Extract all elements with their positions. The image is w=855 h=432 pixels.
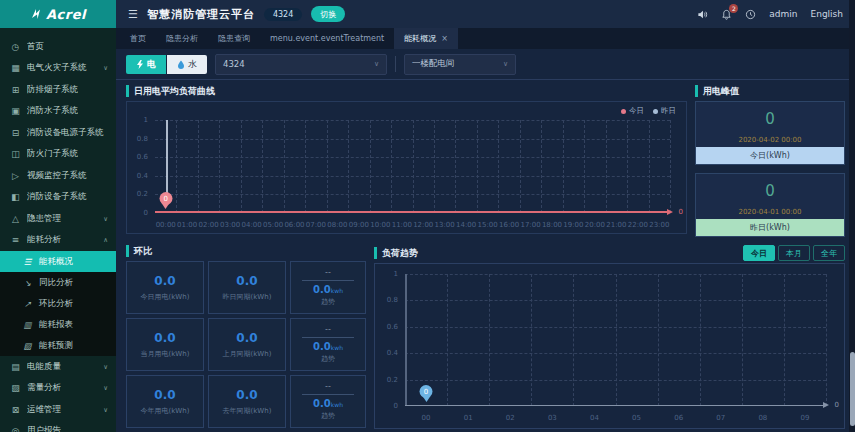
sidebar-item-video-monitor[interactable]: 视频监控子系统 [0, 165, 116, 187]
tab-event-treatment[interactable]: menu.event.eventTreatment [260, 28, 394, 49]
tab-label: 能耗概况 [404, 33, 436, 44]
submenu-item-label: 环比分析 [39, 298, 73, 310]
daily-load-panel: 日用电平均负荷曲线 今日 昨日 [126, 85, 687, 237]
x-axis: 00010203040506070809 [405, 412, 826, 422]
tab-hazard-analysis[interactable]: 隐患分析 [156, 28, 208, 49]
axis-end-label: 0 [679, 208, 683, 216]
x-tick-label: 22:00 [628, 221, 648, 229]
sidebar-item-fire-door[interactable]: 防火门子系统 [0, 144, 116, 166]
submenu-item-energy-report[interactable]: 能耗报表 [0, 314, 116, 335]
trend-value: 0.0kwh [313, 341, 343, 352]
sidebar-item-hazard-management[interactable]: 隐患管理 [0, 208, 116, 230]
stat-card: 0.0 今年用电(kWh) [126, 375, 204, 428]
legend-item-yesterday[interactable]: 昨日 [653, 106, 676, 116]
electrical-fire-icon [10, 63, 21, 73]
trend-value-unit: kwh [331, 344, 343, 351]
sidebar-item-home[interactable]: 首页 [0, 36, 116, 58]
x-tick-label: 05:00 [263, 221, 283, 229]
submenu-item-label: 同比分析 [39, 277, 73, 289]
water-drop-icon [177, 60, 185, 69]
y-tick-label: 0.8 [137, 135, 148, 143]
chevron-down-icon [99, 406, 108, 414]
sidebar-item-fire-equipment[interactable]: 消防设备子系统 [0, 187, 116, 209]
bell-icon[interactable]: 2 [721, 9, 732, 20]
sidebar-item-fire-equipment-power[interactable]: 消防设备电源子系统 [0, 122, 116, 144]
page-title: 智慧消防管理云平台 [147, 7, 255, 22]
submenu-item-yoy-analysis[interactable]: 同比分析 [0, 272, 116, 293]
language-switch[interactable]: English [811, 9, 844, 19]
x-tick-label: 01 [464, 414, 473, 422]
water-toggle-button[interactable]: 水 [167, 55, 207, 74]
plot-area[interactable]: 0 0 [405, 274, 826, 406]
header-actions: 2 admin English [697, 9, 843, 20]
sidebar-item-demand-analysis[interactable]: 需量分析 [0, 378, 116, 400]
peak-value: 0 [696, 174, 844, 208]
switch-button[interactable]: 切换 [311, 6, 345, 22]
sidebar-item-energy-analysis[interactable]: 能耗分析 [0, 230, 116, 252]
y-tick-label: 0.2 [387, 376, 398, 384]
y-tick-label: 0.8 [387, 296, 398, 304]
sidebar-item-user-report[interactable]: 用户报告 [0, 421, 116, 432]
x-tick-label: 06 [674, 414, 683, 422]
x-tick-label: 02:00 [199, 221, 219, 229]
x-tick-label: 04:00 [241, 221, 261, 229]
plot-area[interactable]: 0 0 [155, 120, 670, 213]
sidebar-item-ops-management[interactable]: 运维管理 [0, 399, 116, 421]
trend-value-number: 0.0 [313, 398, 331, 409]
x-axis-line [405, 405, 826, 407]
fire-equipment-icon [10, 192, 21, 202]
home-icon [10, 42, 21, 52]
hamburger-menu-icon[interactable] [128, 8, 138, 21]
trend-label: 趋势 [321, 411, 335, 421]
close-icon[interactable] [441, 34, 448, 43]
energy-submenu: 能耗概况 同比分析 环比分析 能耗报表 能耗预测 [0, 251, 116, 356]
sidebar-item-label: 运维管理 [27, 404, 61, 416]
dashboard: 日用电平均负荷曲线 今日 昨日 [116, 80, 855, 429]
sidebar-item-label: 防排烟子系统 [27, 84, 78, 96]
daily-load-chartbox: 今日 昨日 00.20.40.60.81 [126, 101, 687, 234]
peak-value: 0 [696, 102, 844, 136]
x-tick-label: 06:00 [284, 221, 304, 229]
y-tick-label: 0 [394, 402, 398, 410]
sidebar-item-label: 防火门子系统 [27, 148, 78, 160]
device-select[interactable]: 4324 ∨ [215, 54, 387, 75]
tab-home[interactable]: 首页 [120, 28, 156, 49]
sidebar-item-power-quality[interactable]: 电能质量 [0, 356, 116, 378]
range-today-button[interactable]: 今日 [743, 245, 775, 261]
daily-load-chart[interactable]: 00.20.40.60.81 0 0 00:0001:0002:0003:000… [127, 102, 686, 233]
x-tick-label: 09 [800, 414, 809, 422]
y-tick-label: 0.4 [387, 349, 398, 357]
stat-card: 0.0 昨日同期(kWh) [208, 261, 286, 314]
range-month-button[interactable]: 本月 [778, 245, 810, 261]
tab-hazard-query[interactable]: 隐患查询 [208, 28, 260, 49]
peak-label-bar: 今日(kWh) [696, 147, 844, 164]
mom-analysis-icon [22, 299, 33, 309]
speaker-icon[interactable] [697, 9, 708, 20]
sidebar-item-fire-water[interactable]: 消防水子系统 [0, 101, 116, 123]
sidebar-item-smoke-control[interactable]: 防排烟子系统 [0, 79, 116, 101]
tab-energy-overview[interactable]: 能耗概况 [394, 28, 458, 49]
trend-value-number: 0.0 [313, 341, 331, 352]
range-year-button[interactable]: 全年 [813, 245, 845, 261]
submenu-item-energy-overview[interactable]: 能耗概况 [0, 251, 116, 272]
submenu-item-energy-forecast[interactable]: 能耗预测 [0, 335, 116, 356]
tab-label: 首页 [130, 33, 146, 44]
sidebar-item-label: 隐患管理 [27, 213, 61, 225]
load-trend-chart[interactable]: 00.20.40.60.81 0 0 00010203040506070809 [375, 264, 844, 428]
room-select[interactable]: 一楼配电间 ∨ [404, 54, 516, 75]
sidebar-item-electrical-fire[interactable]: 电气火灾子系统 [0, 58, 116, 80]
stat-label: 当月用电(kWh) [141, 349, 190, 359]
panel-title: 用电峰值 [695, 85, 845, 97]
clock-icon[interactable] [745, 9, 756, 20]
filter-divider [395, 56, 396, 72]
chevron-down-icon [99, 215, 108, 223]
brand-logo[interactable]: Acrel [0, 0, 116, 28]
room-select-value: 一楼配电间 [412, 58, 455, 70]
electric-toggle-button[interactable]: 电 [126, 55, 166, 74]
tab-label: 隐患分析 [166, 33, 198, 44]
load-marker-pin: 0 [420, 385, 433, 398]
submenu-item-mom-analysis[interactable]: 环比分析 [0, 293, 116, 314]
scrollbar-thumb[interactable] [850, 352, 855, 426]
user-name[interactable]: admin [769, 9, 797, 19]
legend-item-today[interactable]: 今日 [621, 106, 644, 116]
